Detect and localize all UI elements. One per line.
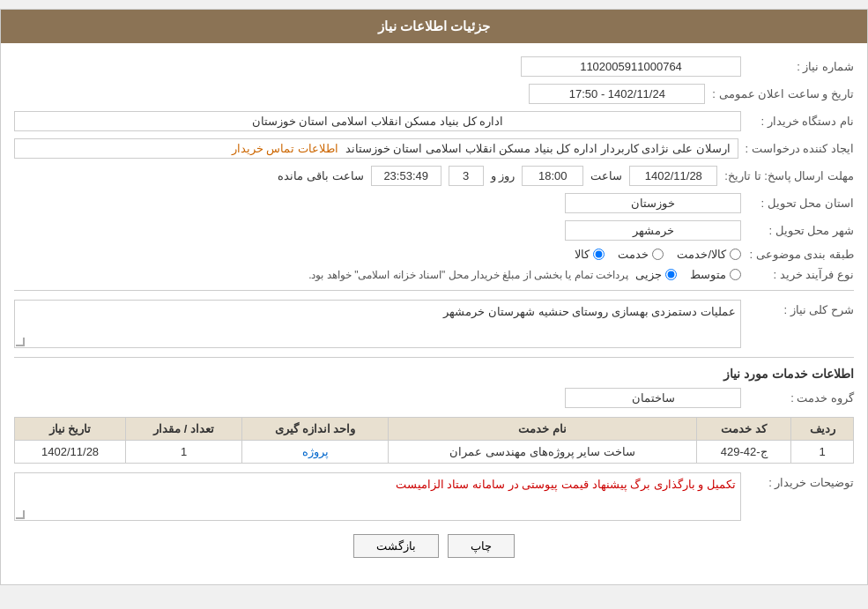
buyer-org-value: اداره کل بنیاد مسکن انقلاب اسلامی استان … <box>14 111 741 131</box>
purchase-type-row: نوع فرآیند خرید : متوسط جزیی پرداخت تمام… <box>14 268 854 281</box>
category-option-khedmat: خدمت <box>618 248 664 261</box>
need-description-row: شرح کلی نیاز : عملیات دستمزدی بهسازی روس… <box>14 300 854 348</box>
days-value: 3 <box>449 166 484 186</box>
service-group-value: ساختمان <box>565 388 741 408</box>
response-deadline-row: مهلت ارسال پاسخ: تا تاریخ: 1402/11/28 سا… <box>14 166 854 186</box>
creator-label: ایجاد کننده درخواست : <box>746 142 854 155</box>
back-button[interactable]: بازگشت <box>353 534 439 558</box>
creator-value-box: ارسلان علی نژادی کاربردار اداره کل بنیاد… <box>14 138 738 159</box>
cell-row-1: 1 <box>791 441 854 464</box>
services-table-section: ردیف کد خدمت نام خدمت واحد اندازه گیری ت… <box>14 417 854 464</box>
response-date: 1402/11/28 <box>629 166 717 186</box>
category-label-khedmat: خدمت <box>618 248 649 261</box>
col-header-unit: واحد اندازه گیری <box>242 418 389 441</box>
remaining-label: ساعت باقی مانده <box>278 169 363 182</box>
creator-value: ارسلان علی نژادی کاربردار اداره کل بنیاد… <box>345 142 731 155</box>
category-label: طبقه بندی موضوعی : <box>748 248 854 261</box>
purchase-type-label: نوع فرآیند خرید : <box>748 268 854 281</box>
buyer-org-label: نام دستگاه خریدار : <box>748 115 854 128</box>
province-label: استان محل تحویل : <box>748 197 854 210</box>
purchase-radio-group: متوسط جزیی <box>635 268 741 281</box>
separator-1 <box>14 290 854 291</box>
category-radio-kala-khedmat[interactable] <box>730 249 741 260</box>
col-header-row: ردیف <box>791 418 854 441</box>
creator-row: ایجاد کننده درخواست : ارسلان علی نژادی ک… <box>14 138 854 159</box>
service-group-row: گروه خدمت : ساختمان <box>14 388 854 408</box>
category-label-kala: کالا <box>575 248 590 261</box>
city-label: شهر محل تحویل : <box>748 224 854 237</box>
response-time-value: 18:00 <box>522 166 583 186</box>
need-number-row: شماره نیاز : 1102005911000764 <box>14 56 854 77</box>
days-label: روز و <box>491 169 516 182</box>
category-radio-khedmat[interactable] <box>652 249 664 260</box>
cell-date-1: 1402/11/28 <box>15 441 126 464</box>
col-header-code: کد خدمت <box>696 418 790 441</box>
purchase-option-motavasset: متوسط <box>690 268 741 281</box>
separator-2 <box>14 357 854 358</box>
need-description-value: عملیات دستمزدی بهسازی روستای حنشیه شهرست… <box>14 300 741 348</box>
col-header-quantity: تعداد / مقدار <box>126 418 242 441</box>
buyer-notes-label: توضیحات خریدار : <box>748 476 854 489</box>
buyer-org-row: نام دستگاه خریدار : اداره کل بنیاد مسکن … <box>14 111 854 131</box>
category-label-kala-khedmat: کالا/خدمت <box>677 248 726 261</box>
remaining-value: 23:53:49 <box>371 166 441 186</box>
purchase-radio-jozi[interactable] <box>665 269 677 280</box>
category-row: طبقه بندی موضوعی : کالا/خدمت خدمت کالا <box>14 248 854 261</box>
buyer-notes-value: تکمیل و بارگذاری برگ پیشنهاد قیمت پیوستی… <box>14 472 741 521</box>
page-header: جزئیات اطلاعات نیاز <box>1 10 867 43</box>
category-radio-kala[interactable] <box>593 249 605 260</box>
date-row: تاریخ و ساعت اعلان عمومی : 1402/11/24 - … <box>14 84 854 104</box>
province-value: خوزستان <box>565 193 741 213</box>
date-value: 1402/11/24 - 17:50 <box>529 84 705 104</box>
resize-handle-2 <box>16 510 25 519</box>
province-row: استان محل تحویل : خوزستان <box>14 193 854 213</box>
resize-handle <box>16 338 25 346</box>
creator-contact-link[interactable]: اطلاعات تماس خریدار <box>232 142 338 155</box>
cell-name-1: ساخت سایر پروژه‌های مهندسی عمران <box>389 441 697 464</box>
category-option-kala-khedmat: کالا/خدمت <box>677 248 741 261</box>
col-header-name: نام خدمت <box>389 418 697 441</box>
cell-quantity-1: 1 <box>126 441 242 464</box>
purchase-label-motavasset: متوسط <box>690 268 726 281</box>
purchase-note: پرداخت تمام یا بخشی از مبلغ خریدار محل "… <box>308 269 628 281</box>
cell-unit-link-1[interactable]: پروژه <box>302 445 329 458</box>
cell-unit-1: پروژه <box>242 441 389 464</box>
services-section-title: اطلاعات خدمات مورد نیاز <box>14 367 854 381</box>
need-description-label: شرح کلی نیاز : <box>748 303 854 316</box>
purchase-radio-motavasset[interactable] <box>730 269 741 280</box>
button-row: چاپ بازگشت <box>14 534 854 571</box>
category-option-kala: کالا <box>575 248 605 261</box>
col-header-date: تاریخ نیاز <box>15 418 126 441</box>
table-row: 1 ج-42-429 ساخت سایر پروژه‌های مهندسی عم… <box>15 441 854 464</box>
city-value: خرمشهر <box>565 220 741 241</box>
response-deadline-label: مهلت ارسال پاسخ: تا تاریخ: <box>724 169 854 182</box>
purchase-option-jozi: جزیی <box>635 268 677 281</box>
cell-code-1: ج-42-429 <box>696 441 790 464</box>
buyer-notes-row: توضیحات خریدار : تکمیل و بارگذاری برگ پی… <box>14 472 854 521</box>
category-radio-group: کالا/خدمت خدمت کالا <box>575 248 741 261</box>
print-button[interactable]: چاپ <box>448 534 515 558</box>
date-label: تاریخ و ساعت اعلان عمومی : <box>712 87 854 100</box>
city-row: شهر محل تحویل : خرمشهر <box>14 220 854 241</box>
services-table: ردیف کد خدمت نام خدمت واحد اندازه گیری ت… <box>14 417 854 464</box>
need-number-label: شماره نیاز : <box>748 60 854 73</box>
purchase-label-jozi: جزیی <box>635 268 662 281</box>
need-number-value: 1102005911000764 <box>521 56 741 77</box>
response-time-label: ساعت <box>590 169 622 182</box>
service-group-label: گروه خدمت : <box>748 391 854 405</box>
